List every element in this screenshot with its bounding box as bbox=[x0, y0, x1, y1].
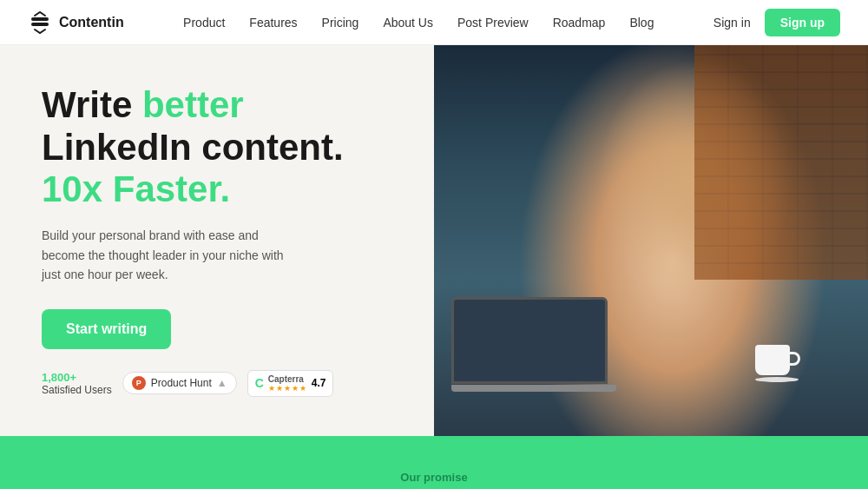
laptop-screen bbox=[451, 297, 608, 384]
capterra-badge[interactable]: C Capterra ★★★★★ 4.7 bbox=[247, 370, 334, 397]
laptop-base bbox=[451, 385, 616, 392]
heading-part2: LinkedIn content. bbox=[42, 127, 344, 168]
product-hunt-badge[interactable]: P Product Hunt ▲ bbox=[122, 372, 237, 394]
brick-wall bbox=[694, 45, 868, 280]
logo[interactable]: Contentin bbox=[28, 10, 124, 35]
satisfied-label: Satisfied Users bbox=[42, 384, 112, 396]
start-writing-button[interactable]: Start writing bbox=[42, 309, 171, 349]
svg-rect-0 bbox=[31, 17, 49, 21]
product-hunt-arrow: ▲ bbox=[217, 377, 227, 389]
nav-link-product[interactable]: Product bbox=[183, 16, 225, 30]
coffee-cup bbox=[755, 345, 799, 384]
hero-heading: Write better LinkedIn content. 10x Faste… bbox=[42, 84, 392, 210]
capterra-icon: C bbox=[255, 376, 264, 390]
satisfied-users: 1,800+ Satisfied Users bbox=[42, 371, 112, 396]
cup-saucer bbox=[755, 377, 799, 382]
hero-content: Write better LinkedIn content. 10x Faste… bbox=[0, 45, 434, 436]
hero-photo bbox=[434, 45, 868, 436]
nav-link-roadmap[interactable]: Roadmap bbox=[553, 16, 606, 30]
capterra-info: Capterra ★★★★★ bbox=[268, 374, 307, 393]
capterra-label: Capterra bbox=[268, 374, 307, 384]
satisfied-count: 1,800+ bbox=[42, 371, 76, 384]
svg-rect-1 bbox=[31, 23, 49, 26]
heading-green: better bbox=[142, 84, 244, 125]
capterra-score: 4.7 bbox=[312, 377, 326, 389]
capterra-stars: ★★★★★ bbox=[268, 384, 307, 393]
social-proof: 1,800+ Satisfied Users P Product Hunt ▲ … bbox=[42, 370, 392, 397]
hero-image bbox=[434, 45, 868, 436]
nav-links: Product Features Pricing About Us Post P… bbox=[183, 16, 654, 30]
cup-body bbox=[755, 345, 790, 375]
nav-link-blog[interactable]: Blog bbox=[629, 16, 654, 30]
nav-actions: Sign in Sign up bbox=[713, 9, 840, 36]
cup-handle bbox=[788, 352, 800, 366]
nav-link-about[interactable]: About Us bbox=[383, 16, 433, 30]
product-hunt-icon: P bbox=[132, 376, 146, 390]
heading-part1: Write bbox=[42, 84, 142, 125]
green-section: Our promise Beat the blank page. Every t… bbox=[0, 436, 868, 489]
product-hunt-label: Product Hunt bbox=[151, 377, 212, 389]
navbar: Contentin Product Features Pricing About… bbox=[0, 0, 868, 45]
sign-in-link[interactable]: Sign in bbox=[713, 16, 751, 30]
sign-up-button[interactable]: Sign up bbox=[765, 9, 840, 36]
heading-accent: 10x Faster. bbox=[42, 169, 230, 209]
our-promise-label: Our promise bbox=[28, 471, 840, 484]
nav-link-pricing[interactable]: Pricing bbox=[322, 16, 359, 30]
logo-text: Contentin bbox=[59, 15, 124, 30]
hero-section: Write better LinkedIn content. 10x Faste… bbox=[0, 45, 868, 436]
laptop bbox=[451, 297, 625, 401]
nav-link-features[interactable]: Features bbox=[249, 16, 297, 30]
logo-icon bbox=[28, 10, 52, 35]
hero-subtext: Build your personal brand with ease and … bbox=[42, 226, 293, 284]
nav-link-post-preview[interactable]: Post Preview bbox=[457, 16, 529, 30]
